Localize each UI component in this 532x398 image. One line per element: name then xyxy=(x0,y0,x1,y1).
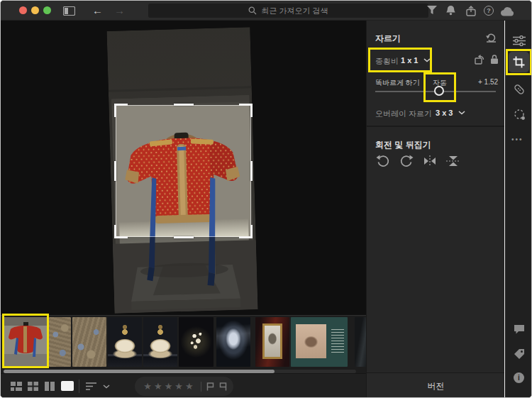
crop-overlay-value[interactable]: 3 x 3 xyxy=(436,109,453,117)
search-placeholder: 최근 가져오기 검색 xyxy=(261,6,328,16)
crop-edge-handle-right[interactable] xyxy=(250,161,253,181)
lightroom-window: ← → 최근 가져오기 검색 ? xyxy=(0,0,532,398)
rating-flag-pill: ★★★★★ xyxy=(135,377,233,396)
crop-edge-handle-left[interactable] xyxy=(114,161,116,181)
share-icon[interactable] xyxy=(466,6,476,16)
thumb-frame xyxy=(262,324,282,359)
filmstrip-thumb-exhibit-wall[interactable] xyxy=(291,317,348,367)
thumb-drawing xyxy=(296,324,326,358)
notifications-bell-icon[interactable] xyxy=(445,6,456,16)
masking-icon[interactable] xyxy=(514,109,526,121)
more-tools-icon[interactable]: ••• xyxy=(511,136,523,143)
crop-overlay-label: 오버레이 자르기 xyxy=(375,109,432,119)
search-icon xyxy=(248,6,257,15)
crop-edge-handle-top[interactable] xyxy=(174,104,194,106)
comments-icon[interactable] xyxy=(514,324,525,334)
versions-button[interactable]: 버전 xyxy=(367,372,505,398)
crop-edge-handle-bottom[interactable] xyxy=(174,236,194,238)
bottom-toolbar: ★★★★★ xyxy=(1,373,366,398)
grid-view-icon[interactable] xyxy=(28,382,38,391)
lock-aspect-icon[interactable] xyxy=(490,54,499,65)
crop-corner-handle-br[interactable] xyxy=(239,225,253,238)
aspect-chevron-down-icon[interactable] xyxy=(423,58,431,62)
minimize-window-button[interactable] xyxy=(31,6,39,14)
filmstrip-thumb-tapestry-wide[interactable] xyxy=(72,317,106,367)
keyword-tag-icon[interactable] xyxy=(514,348,525,360)
crop-box[interactable] xyxy=(116,105,251,237)
compare-view-icon[interactable] xyxy=(45,382,55,391)
filmstrip-thumb-partial[interactable] xyxy=(355,317,366,367)
cloud-sync-icon[interactable] xyxy=(500,6,516,16)
info-icon[interactable]: i xyxy=(514,372,524,383)
forward-button[interactable]: → xyxy=(114,4,125,18)
edit-sliders-icon[interactable] xyxy=(513,35,526,46)
pick-flag-icon[interactable] xyxy=(206,382,214,391)
versions-label: 버전 xyxy=(428,380,445,392)
mosaic-view-icon[interactable] xyxy=(11,382,22,391)
top-bar: ← → 최근 가져오기 검색 ? xyxy=(1,1,532,21)
flip-vertical-icon[interactable] xyxy=(446,155,460,167)
straighten-value: + 1.52 xyxy=(478,78,498,86)
straighten-label: 똑바르게 하기 xyxy=(375,78,420,88)
rotate-crop-orientation-icon[interactable] xyxy=(474,54,485,65)
tool-strip: ••• i xyxy=(505,21,532,398)
back-button[interactable]: ← xyxy=(92,4,103,18)
reset-crop-icon[interactable] xyxy=(485,32,497,43)
rotate-flip-title: 회전 및 뒤집기 xyxy=(375,139,431,151)
crop-tool-icon xyxy=(513,56,525,68)
filmstrip-thumb-tapestry[interactable] xyxy=(49,317,71,367)
filmstrip-thumb-framed-portrait[interactable] xyxy=(255,317,289,367)
help-icon[interactable]: ? xyxy=(484,6,494,16)
crop-corner-handle-tr[interactable] xyxy=(239,104,253,117)
reject-flag-icon[interactable] xyxy=(219,382,227,391)
filmstrip xyxy=(1,315,366,373)
sort-chevron-down-icon[interactable] xyxy=(103,385,110,389)
toolbar-divider xyxy=(79,380,79,393)
thumb-robe-image xyxy=(4,317,47,367)
pill-divider xyxy=(201,382,201,392)
show-grid-panel-icon[interactable] xyxy=(63,6,75,16)
aspect-ratio-label: 종횡비 xyxy=(375,56,399,67)
filmstrip-thumb-red-robe[interactable] xyxy=(4,317,47,367)
straighten-slider-handle[interactable] xyxy=(434,86,444,96)
crop-tool-button-active[interactable] xyxy=(509,52,529,72)
healing-brush-icon[interactable] xyxy=(513,83,526,96)
panel-divider xyxy=(367,126,505,127)
overlay-chevron-down-icon[interactable] xyxy=(458,111,465,115)
star-rating[interactable]: ★★★★★ xyxy=(141,382,195,391)
crop-panel: 자르기 종횡비 1 x 1 똑바르게 하기 자동 + 1.52 오버레이 자르기 xyxy=(366,21,504,398)
filmstrip-thumb-tureen-2[interactable] xyxy=(143,317,177,367)
aspect-ratio-value[interactable]: 1 x 1 xyxy=(401,56,418,65)
filmstrip-thumb-tureen-1[interactable] xyxy=(108,317,142,367)
zoom-window-button[interactable] xyxy=(43,6,51,14)
photo-canvas xyxy=(1,21,366,315)
sort-icon[interactable] xyxy=(86,382,96,390)
crop-corner-handle-bl[interactable] xyxy=(114,225,128,238)
thumb-caption-text xyxy=(331,329,344,355)
search-input[interactable]: 최근 가져오기 검색 xyxy=(148,4,428,18)
close-window-button[interactable] xyxy=(19,6,27,14)
crop-corner-handle-tl[interactable] xyxy=(114,104,128,117)
detail-view-icon-active[interactable] xyxy=(61,381,74,391)
flip-horizontal-icon[interactable] xyxy=(423,155,437,167)
filmstrip-thumb-spotlit-painting[interactable] xyxy=(216,317,250,367)
rotate-left-icon[interactable] xyxy=(376,154,390,168)
filmstrip-thumb-floral-sculpture[interactable] xyxy=(179,317,214,367)
crop-panel-title: 자르기 xyxy=(375,33,401,45)
rotate-right-icon[interactable] xyxy=(399,154,414,168)
filter-icon[interactable] xyxy=(427,6,437,15)
